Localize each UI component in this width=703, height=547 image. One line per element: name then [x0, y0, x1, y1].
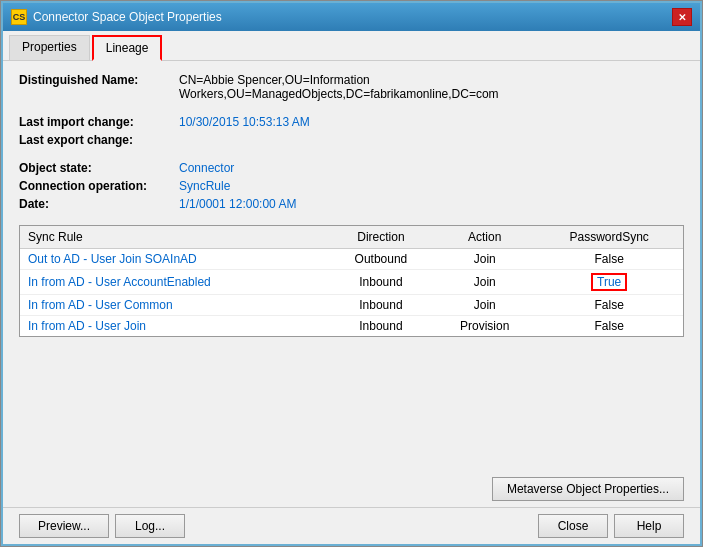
table-row: In from AD - User JoinInboundProvisionFa… — [20, 316, 683, 337]
tab-properties[interactable]: Properties — [9, 35, 90, 60]
table-row: In from AD - User AccountEnabledInboundJ… — [20, 270, 683, 295]
tab-lineage[interactable]: Lineage — [92, 35, 163, 61]
sync-rules-table-container: Sync Rule Direction Action PasswordSync … — [19, 225, 684, 337]
cell-sync-rule: In from AD - User Join — [20, 316, 328, 337]
footer-section: Metaverse Object Properties... — [3, 471, 700, 507]
object-state-label: Object state: — [19, 161, 179, 175]
close-icon[interactable]: ✕ — [672, 8, 692, 26]
last-export-label: Last export change: — [19, 133, 179, 147]
connection-op-value: SyncRule — [179, 179, 684, 193]
last-import-label: Last import change: — [19, 115, 179, 129]
connection-op-label: Connection operation: — [19, 179, 179, 193]
cell-sync-rule: In from AD - User Common — [20, 295, 328, 316]
distinguished-name-value: CN=Abbie Spencer,OU=Information Workers,… — [179, 73, 684, 101]
date-label: Date: — [19, 197, 179, 211]
last-export-row: Last export change: — [19, 133, 684, 147]
date-value: 1/1/0001 12:00:00 AM — [179, 197, 684, 211]
help-button[interactable]: Help — [614, 514, 684, 538]
cell-sync-rule: In from AD - User AccountEnabled — [20, 270, 328, 295]
distinguished-name-label: Distinguished Name: — [19, 73, 179, 87]
cell-action: Join — [434, 270, 535, 295]
close-button[interactable]: Close — [538, 514, 608, 538]
cell-direction: Outbound — [328, 249, 434, 270]
table-row: In from AD - User CommonInboundJoinFalse — [20, 295, 683, 316]
log-button[interactable]: Log... — [115, 514, 185, 538]
title-bar: CS Connector Space Object Properties ✕ — [3, 3, 700, 31]
metaverse-properties-button[interactable]: Metaverse Object Properties... — [492, 477, 684, 501]
col-direction: Direction — [328, 226, 434, 249]
connection-op-row: Connection operation: SyncRule — [19, 179, 684, 193]
last-import-row: Last import change: 10/30/2015 10:53:13 … — [19, 115, 684, 129]
last-import-value: 10/30/2015 10:53:13 AM — [179, 115, 684, 129]
cell-action: Provision — [434, 316, 535, 337]
cell-action: Join — [434, 295, 535, 316]
date-row: Date: 1/1/0001 12:00:00 AM — [19, 197, 684, 211]
cell-password-sync: False — [535, 316, 683, 337]
tabs-bar: Properties Lineage — [3, 31, 700, 61]
main-content: Distinguished Name: CN=Abbie Spencer,OU=… — [3, 61, 700, 471]
cell-direction: Inbound — [328, 270, 434, 295]
object-state-value: Connector — [179, 161, 684, 175]
cell-direction: Inbound — [328, 295, 434, 316]
col-password-sync: PasswordSync — [535, 226, 683, 249]
table-row: Out to AD - User Join SOAInADOutboundJoi… — [20, 249, 683, 270]
sync-rules-table: Sync Rule Direction Action PasswordSync … — [20, 226, 683, 336]
object-state-row: Object state: Connector — [19, 161, 684, 175]
main-window: CS Connector Space Object Properties ✕ P… — [0, 0, 703, 547]
cell-sync-rule: Out to AD - User Join SOAInAD — [20, 249, 328, 270]
distinguished-name-row: Distinguished Name: CN=Abbie Spencer,OU=… — [19, 73, 684, 101]
cell-password-sync: True — [535, 270, 683, 295]
window-icon: CS — [11, 9, 27, 25]
window-title: Connector Space Object Properties — [33, 10, 222, 24]
preview-button[interactable]: Preview... — [19, 514, 109, 538]
cell-direction: Inbound — [328, 316, 434, 337]
bottom-bar: Preview... Log... Close Help — [3, 507, 700, 544]
cell-action: Join — [434, 249, 535, 270]
cell-password-sync: False — [535, 295, 683, 316]
cell-password-sync: False — [535, 249, 683, 270]
col-action: Action — [434, 226, 535, 249]
col-sync-rule: Sync Rule — [20, 226, 328, 249]
